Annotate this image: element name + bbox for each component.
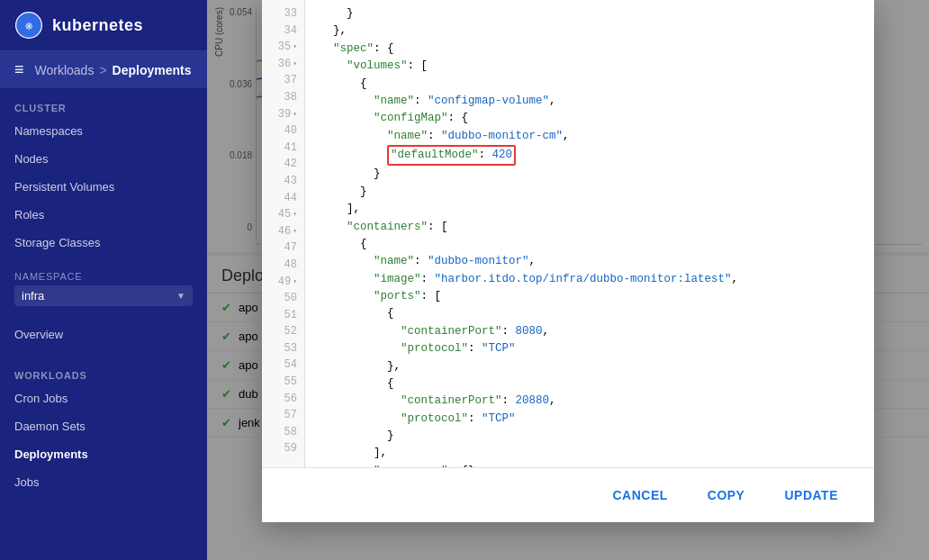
line-num-44: 44 <box>262 190 304 207</box>
line-num-54: 54 <box>262 357 304 374</box>
line-num-48: 48 <box>262 257 304 274</box>
code-line-36: "volumes": [ <box>320 58 860 75</box>
code-line-46: { <box>320 236 860 253</box>
code-line-56: "protocol": "TCP" <box>320 411 860 428</box>
code-line-51: "containerPort": 8080, <box>320 323 860 340</box>
namespace-section: Namespace infra ▼ <box>0 264 207 313</box>
code-content[interactable]: 333435▾36▾373839▾404142434445▾46▾474849▾… <box>262 0 874 467</box>
sidebar-item-persistent-volumes[interactable]: Persistent Volumes <box>0 173 207 201</box>
code-line-58: ], <box>320 445 860 462</box>
line-num-52: 52 <box>262 323 304 340</box>
sidebar-item-daemon-sets[interactable]: Daemon Sets <box>0 412 207 440</box>
line-num-51: 51 <box>262 307 304 324</box>
code-editor[interactable]: 333435▾36▾373839▾404142434445▾46▾474849▾… <box>262 0 874 467</box>
sidebar-header: ⎈ kubernetes <box>0 0 207 51</box>
cluster-section: Cluster Namespaces Nodes Persistent Volu… <box>0 88 207 264</box>
app-title: kubernetes <box>52 16 143 35</box>
line-num-53: 53 <box>262 340 304 357</box>
nav-breadcrumb-bar: ≡ Workloads > Deployments <box>0 51 207 88</box>
code-line-44: ], <box>320 201 860 218</box>
sidebar-item-overview[interactable]: Overview <box>0 321 207 348</box>
sidebar-item-nodes[interactable]: Nodes <box>0 145 207 173</box>
code-line-35: "spec": { <box>320 41 860 58</box>
line-num-35: 35▾ <box>262 39 304 56</box>
line-num-45: 45▾ <box>262 206 304 223</box>
sidebar-item-storage-classes[interactable]: Storage Classes <box>0 229 207 257</box>
code-line-45: "containers": [ <box>320 219 860 236</box>
code-line-38: "name": "configmap-volume", <box>320 93 860 110</box>
breadcrumb-separator: > <box>99 63 106 77</box>
line-num-39: 39▾ <box>262 106 304 123</box>
sidebar-item-cron-jobs[interactable]: Cron Jobs <box>0 384 207 412</box>
hamburger-icon[interactable]: ≡ <box>14 60 24 79</box>
line-num-56: 56 <box>262 391 304 408</box>
cluster-section-label: Cluster <box>0 95 207 117</box>
code-line-49: "ports": [ <box>320 288 860 305</box>
code-line-40: "name": "dubbo-monitor-cm", <box>320 128 860 145</box>
copy-button[interactable]: COPY <box>690 481 763 510</box>
line-num-38: 38 <box>262 89 304 106</box>
code-line-47: "name": "dubbo-monitor", <box>320 253 860 270</box>
line-num-34: 34 <box>262 23 304 40</box>
line-numbers: 333435▾36▾373839▾404142434445▾46▾474849▾… <box>262 0 305 467</box>
line-num-49: 49▾ <box>262 274 304 291</box>
main-content: CPU (cores) 0.054 0.036 0.018 0 Deploy ✔… <box>207 0 929 560</box>
code-line-52: "protocol": "TCP" <box>320 340 860 357</box>
modal-overlay: 333435▾36▾373839▾404142434445▾46▾474849▾… <box>207 0 929 560</box>
line-num-50: 50 <box>262 290 304 307</box>
line-num-47: 47 <box>262 239 304 257</box>
namespace-value: infra <box>22 289 176 303</box>
overview-section: Overview <box>0 313 207 356</box>
sidebar-item-namespaces[interactable]: Namespaces <box>0 117 207 145</box>
workloads-section-label: Workloads <box>0 363 207 384</box>
code-line-50: { <box>320 305 860 322</box>
code-line-54: { <box>320 375 860 393</box>
sidebar-item-roles[interactable]: Roles <box>0 201 207 229</box>
modal-footer: CANCEL COPY UPDATE <box>262 467 874 522</box>
line-num-36: 36▾ <box>262 56 304 73</box>
kubernetes-logo: ⎈ <box>14 11 43 40</box>
cancel-button[interactable]: CANCEL <box>594 481 685 510</box>
workloads-section: Workloads Cron Jobs Daemon Sets Deployme… <box>0 356 207 503</box>
line-num-59: 59 <box>262 440 304 457</box>
breadcrumb-current: Deployments <box>113 63 192 77</box>
code-line-33: } <box>320 5 860 23</box>
line-num-41: 41 <box>262 140 304 157</box>
code-line-43: } <box>320 184 860 201</box>
update-button[interactable]: UPDATE <box>766 481 856 510</box>
line-num-40: 40 <box>262 122 304 140</box>
code-line-41: "defaultMode": 420 <box>320 145 860 166</box>
chevron-down-icon: ▼ <box>176 291 185 301</box>
code-line-39: "configMap": { <box>320 110 860 127</box>
breadcrumb: Workloads > Deployments <box>35 63 192 77</box>
namespace-label: Namespace <box>14 271 193 282</box>
code-lines[interactable]: } }, "spec": { "volumes": [ { "name": "c… <box>305 0 874 467</box>
line-num-46: 46▾ <box>262 223 304 240</box>
code-line-37: { <box>320 76 860 93</box>
sidebar-item-deployments[interactable]: Deployments <box>0 440 207 468</box>
line-num-42: 42 <box>262 156 304 173</box>
line-num-33: 33 <box>262 5 304 23</box>
svg-text:⎈: ⎈ <box>25 18 33 32</box>
sidebar: ⎈ kubernetes ≡ Workloads > Deployments C… <box>0 0 207 560</box>
code-line-57: } <box>320 428 860 445</box>
line-num-58: 58 <box>262 424 304 441</box>
code-line-53: }, <box>320 358 860 375</box>
line-num-37: 37 <box>262 72 304 89</box>
sidebar-item-jobs[interactable]: Jobs <box>0 468 207 496</box>
line-num-57: 57 <box>262 407 304 424</box>
breadcrumb-workloads[interactable]: Workloads <box>35 63 95 77</box>
namespace-selector[interactable]: infra ▼ <box>14 285 193 306</box>
code-line-42: } <box>320 166 860 183</box>
code-line-34: }, <box>320 23 860 40</box>
code-line-55: "containerPort": 20880, <box>320 393 860 410</box>
modal-dialog: 333435▾36▾373839▾404142434445▾46▾474849▾… <box>262 0 874 522</box>
line-num-43: 43 <box>262 173 304 190</box>
line-num-55: 55 <box>262 374 304 391</box>
code-line-48: "image": "harbor.itdo.top/infra/dubbo-mo… <box>320 271 860 288</box>
